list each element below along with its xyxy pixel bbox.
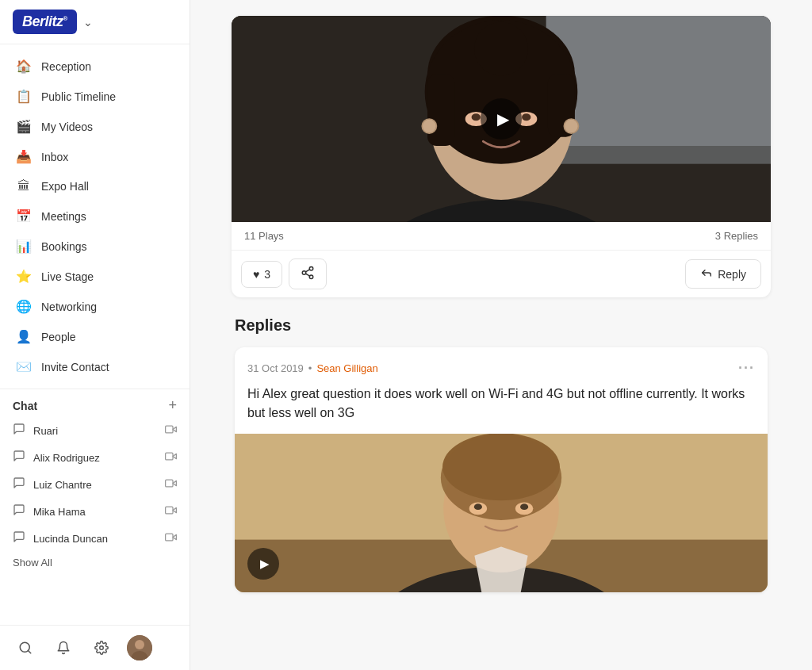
svg-point-30 — [522, 113, 530, 121]
show-all-link[interactable]: Show All — [13, 552, 177, 576]
reply-separator: • — [308, 362, 312, 374]
sidebar-label-people: People — [41, 331, 76, 343]
chevron-down-icon[interactable]: ⌄ — [83, 16, 93, 29]
reply-card: 31 Oct 2019 • Sean Gilligan ··· Hi Alex … — [235, 347, 768, 592]
chat-item-ruari[interactable]: Ruari — [13, 417, 177, 444]
sidebar-item-networking[interactable]: 🌐 Networking — [3, 292, 186, 321]
like-button[interactable]: ♥ 3 — [241, 261, 282, 288]
chat-icon — [13, 450, 25, 465]
chat-item-name-ruari: Ruari — [33, 425, 58, 437]
chat-icon — [13, 503, 25, 519]
sidebar: Berlitz® ⌄ 🏠 Reception 📋 Public Timeline… — [0, 0, 190, 670]
search-button[interactable] — [13, 635, 38, 660]
like-count: 3 — [264, 268, 270, 281]
reply-meta-left: 31 Oct 2019 • Sean Gilligan — [247, 362, 378, 374]
svg-line-11 — [28, 650, 30, 653]
expo-hall-icon: 🏛 — [16, 179, 32, 193]
svg-point-50 — [520, 503, 528, 510]
replies-section: Replies 31 Oct 2019 • Sean Gilligan ··· … — [232, 316, 771, 592]
chat-section: Chat + Ruari — [0, 389, 190, 580]
logo-text: Berlitz — [22, 13, 63, 29]
chat-label: Chat — [13, 400, 37, 412]
svg-rect-7 — [166, 507, 173, 514]
chat-icon — [13, 530, 25, 546]
chat-video-icon-luiz-chantre[interactable] — [165, 477, 177, 492]
chat-item-luiz-chantre[interactable]: Luiz Chantre — [13, 471, 177, 498]
chat-item-mika-hama[interactable]: Mika Hama — [13, 498, 177, 525]
sidebar-item-expo-hall[interactable]: 🏛 Expo Hall — [3, 172, 186, 201]
chat-item-name-mika-hama: Mika Hama — [33, 506, 86, 518]
reply-icon — [700, 266, 713, 281]
chat-item-alix-rodriguez[interactable]: Alix Rodriguez — [13, 444, 177, 471]
svg-point-31 — [422, 119, 436, 133]
share-button[interactable] — [289, 258, 327, 289]
reply-play-button[interactable] — [247, 548, 279, 580]
sidebar-label-reception: Reception — [41, 60, 91, 73]
main-video-thumbnail[interactable] — [232, 16, 771, 222]
bell-button[interactable] — [51, 635, 76, 660]
reply-more-button[interactable]: ··· — [738, 360, 755, 377]
svg-point-12 — [100, 646, 104, 650]
public-timeline-icon: 📋 — [16, 89, 32, 104]
svg-line-36 — [306, 274, 310, 276]
sidebar-header: Berlitz® ⌄ — [0, 0, 190, 44]
svg-point-14 — [135, 640, 144, 649]
sidebar-label-bookings: Bookings — [41, 240, 87, 253]
sidebar-item-people[interactable]: 👤 People — [3, 322, 186, 351]
add-chat-button[interactable]: + — [168, 397, 177, 414]
chat-item-name-lucinda-duncan: Lucinda Duncan — [33, 533, 108, 545]
chat-item-lucinda-duncan[interactable]: Lucinda Duncan — [13, 525, 177, 552]
sidebar-item-public-timeline[interactable]: 📋 Public Timeline — [3, 82, 186, 111]
svg-point-32 — [564, 119, 578, 133]
settings-button[interactable] — [89, 635, 114, 660]
sidebar-label-my-videos: My Videos — [41, 121, 93, 133]
reply-button[interactable]: Reply — [685, 259, 761, 289]
main-video-card: 11 Plays 3 Replies ♥ 3 — [232, 16, 771, 297]
user-avatar[interactable] — [127, 635, 152, 660]
live-stage-icon: ⭐ — [16, 269, 32, 284]
invite-contact-icon: ✉️ — [16, 359, 32, 374]
video-actions: ♥ 3 — [232, 251, 771, 297]
svg-point-26 — [474, 22, 528, 76]
svg-marker-2 — [173, 454, 176, 458]
sidebar-item-live-stage[interactable]: ⭐ Live Stage — [3, 262, 186, 291]
chat-video-icon-alix-rodriguez[interactable] — [165, 450, 177, 465]
inbox-icon: 📥 — [16, 149, 32, 164]
svg-rect-5 — [166, 480, 173, 487]
sidebar-item-reception[interactable]: 🏠 Reception — [3, 52, 186, 81]
chat-video-icon-lucinda-duncan[interactable] — [165, 531, 177, 546]
sidebar-label-invite-contact: Invite Contact — [41, 361, 109, 373]
chat-video-icon-ruari[interactable] — [165, 423, 177, 438]
sidebar-item-bookings[interactable]: 📊 Bookings — [3, 232, 186, 261]
chat-header: Chat + — [13, 397, 177, 414]
svg-point-49 — [474, 503, 482, 510]
play-button[interactable] — [481, 98, 522, 140]
chat-icon — [13, 477, 25, 492]
meetings-icon: 📅 — [16, 209, 32, 224]
reply-video-thumbnail[interactable] — [235, 434, 768, 592]
reply-label: Reply — [718, 268, 746, 281]
sidebar-item-inbox[interactable]: 📥 Inbox — [3, 142, 186, 171]
svg-marker-4 — [173, 480, 176, 485]
sidebar-item-my-videos[interactable]: 🎬 My Videos — [3, 112, 186, 141]
sidebar-item-meetings[interactable]: 📅 Meetings — [3, 201, 186, 231]
sidebar-item-invite-contact[interactable]: ✉️ Invite Contact — [3, 352, 186, 381]
plays-count: 11 Plays — [244, 230, 284, 242]
sidebar-label-meetings: Meetings — [41, 210, 86, 223]
svg-rect-18 — [546, 16, 771, 146]
reply-author[interactable]: Sean Gilligan — [316, 362, 377, 374]
bookings-icon: 📊 — [16, 239, 32, 254]
reply-text: Hi Alex great question it does work well… — [247, 385, 755, 423]
chat-item-name-alix-rodriguez: Alix Rodriguez — [33, 452, 100, 464]
my-videos-icon: 🎬 — [16, 119, 32, 134]
svg-marker-6 — [173, 507, 176, 512]
reply-meta: 31 Oct 2019 • Sean Gilligan ··· — [247, 360, 755, 377]
sidebar-nav: 🏠 Reception 📋 Public Timeline 🎬 My Video… — [0, 44, 190, 389]
svg-rect-9 — [166, 534, 173, 541]
berlitz-logo[interactable]: Berlitz® — [13, 10, 77, 34]
main-content: 11 Plays 3 Replies ♥ 3 — [190, 0, 812, 670]
svg-rect-1 — [166, 426, 173, 433]
heart-icon: ♥ — [253, 268, 259, 281]
chat-video-icon-mika-hama[interactable] — [165, 504, 177, 519]
svg-line-37 — [306, 270, 310, 272]
